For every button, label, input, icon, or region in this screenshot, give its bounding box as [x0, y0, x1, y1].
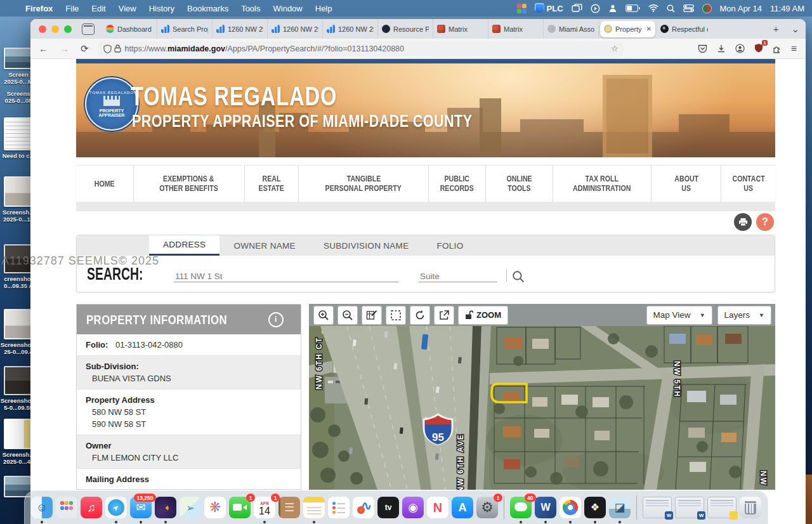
tab-property-search-active[interactable]: Property Sea✕ — [600, 21, 655, 37]
tab-1260-nw-29th-1[interactable]: 1260 NW 29th S — [213, 19, 268, 39]
lock-icon[interactable] — [114, 44, 121, 53]
map-zoom-out-button[interactable] — [337, 306, 358, 325]
nav-real-estate[interactable]: REALESTATE — [245, 166, 299, 202]
close-tab-icon[interactable]: ✕ — [645, 25, 652, 32]
tab-respectful-conv[interactable]: Respectful conv — [657, 19, 712, 39]
tab-dashboard[interactable]: Dashboard - Fol — [102, 19, 157, 39]
dock-news[interactable]: N — [427, 497, 449, 518]
tab-matrix-2[interactable]: Matrix — [488, 19, 544, 39]
search-submit-icon[interactable] — [512, 270, 525, 283]
layers-dropdown[interactable]: Layers▼ — [717, 306, 771, 325]
battery-icon[interactable] — [625, 4, 640, 12]
map-sketch-button[interactable] — [362, 306, 382, 325]
dock-minimized-window-1[interactable] — [643, 497, 672, 518]
bookmark-star-icon[interactable]: ☆ — [611, 44, 619, 53]
tab-resource-panels[interactable]: Resource Panels — [378, 19, 433, 39]
property-address-1[interactable]: 580 NW 58 ST — [86, 405, 292, 417]
wifi-icon[interactable] — [648, 4, 658, 12]
property-address-2[interactable]: 590 NW 58 ST — [86, 417, 292, 429]
dock-appstore[interactable]: A — [452, 497, 473, 518]
tab-1260-nw-29th-2[interactable]: 1260 NW 29th S — [268, 19, 323, 39]
colorful-app-menu-icon[interactable] — [517, 4, 527, 13]
dock-calendar[interactable]: APR141 — [254, 497, 275, 518]
tab-miami-association[interactable]: Miami Associati — [544, 19, 599, 39]
tab-1260-nw-29th-3[interactable]: 1260 NW 29th S — [323, 19, 378, 39]
menubar-time[interactable]: 11:49 AM — [770, 4, 804, 13]
dock-firefox[interactable] — [155, 497, 176, 518]
menu-edit[interactable]: Edit — [85, 4, 112, 13]
ublock-extension-icon[interactable]: 1 — [754, 43, 763, 55]
spotlight-search-icon[interactable] — [667, 4, 675, 13]
suite-input[interactable] — [419, 271, 497, 282]
extension-icon[interactable] — [773, 44, 782, 53]
menu-view[interactable]: View — [112, 4, 143, 13]
tab-list-dropdown-button[interactable]: ⌄ — [785, 23, 806, 35]
nav-about-us[interactable]: ABOUTUS — [652, 166, 721, 202]
map-zoom-in-button[interactable] — [313, 306, 334, 325]
status-app-icon[interactable] — [702, 4, 712, 13]
aerial-map[interactable]: 95 NW 6TH CT NW 6TH AVE NW 5TH NW — [309, 326, 775, 490]
menu-help[interactable]: Help — [309, 4, 339, 13]
play-circle-icon[interactable] — [591, 4, 600, 13]
tab-address[interactable]: ADDRESS — [149, 235, 219, 256]
dock-appletv[interactable]: tv — [377, 497, 399, 518]
downloads-icon[interactable] — [717, 44, 726, 53]
windows-copy-icon[interactable] — [572, 4, 582, 13]
dock-contacts[interactable]: ☰ — [278, 497, 300, 518]
tab-search-properties[interactable]: Search Properti — [157, 19, 213, 39]
nav-contact-us[interactable]: CONTACTUS — [721, 166, 775, 202]
plc-shield-menu-item[interactable]: PLC — [535, 3, 563, 14]
dock-minimized-window-3[interactable] — [707, 497, 737, 518]
dock-notes[interactable] — [303, 497, 325, 518]
dock-launchpad[interactable] — [56, 497, 77, 518]
tab-subdivision-name[interactable]: SUBDIVISION NAME — [310, 235, 423, 256]
dock-minimized-window-2[interactable] — [675, 497, 704, 518]
control-center-icon[interactable] — [683, 4, 694, 12]
close-window-button[interactable] — [39, 25, 46, 33]
tab-folio[interactable]: FOLIO — [422, 235, 477, 256]
nav-exemptions[interactable]: EXEMPTIONS &OTHER BENEFITS — [134, 166, 245, 202]
fast-user-switch-icon[interactable] — [608, 4, 617, 13]
app-menu-hamburger-icon[interactable]: ≡ — [791, 43, 797, 55]
menu-history[interactable]: History — [143, 4, 181, 13]
help-button[interactable]: ? — [756, 213, 774, 231]
map-view-dropdown[interactable]: Map View▼ — [646, 306, 712, 325]
menu-window[interactable]: Window — [267, 4, 309, 13]
dock-facetime[interactable]: 1 — [229, 497, 251, 518]
nav-tangible-personal-property[interactable]: TANGIBLEPERSONAL PROPERTY — [299, 166, 429, 202]
nav-public-records[interactable]: PUBLICRECORDS — [429, 166, 487, 202]
minimize-window-button[interactable] — [51, 25, 59, 33]
info-icon[interactable]: i — [268, 312, 284, 327]
map-zoom-lock-button[interactable]: ZOOM — [458, 306, 508, 325]
dock-preview[interactable]: ◪ — [609, 497, 631, 518]
dock-word[interactable]: W — [535, 497, 556, 518]
dock-safari[interactable] — [105, 497, 127, 518]
tab-overview-icon[interactable] — [82, 23, 95, 35]
menu-bookmarks[interactable]: Bookmarks — [181, 4, 235, 13]
nav-online-tools[interactable]: ONLINETOOLS — [486, 166, 553, 202]
new-tab-button[interactable]: + — [767, 23, 785, 34]
pocket-icon[interactable] — [698, 44, 707, 53]
account-icon[interactable] — [735, 44, 745, 53]
nav-home[interactable]: HOME — [76, 166, 134, 202]
dock-freeform[interactable] — [353, 497, 374, 518]
dock-music[interactable]: ♫ — [81, 497, 102, 518]
reload-button[interactable]: ⟳ — [75, 43, 95, 55]
dock-finder[interactable]: ☺ — [31, 497, 53, 518]
back-button[interactable]: ← — [33, 43, 54, 54]
url-bar[interactable]: https://www.miamidade.gov/Apps/PA/Proper… — [98, 41, 624, 56]
dock-maps[interactable] — [180, 497, 201, 518]
dock-photos[interactable] — [204, 497, 226, 518]
dock-messages[interactable]: 40 — [510, 497, 532, 518]
forward-button[interactable]: → — [54, 43, 75, 54]
menu-tools[interactable]: Tools — [235, 4, 266, 13]
print-button[interactable] — [734, 213, 752, 231]
tab-owner-name[interactable]: OWNER NAME — [219, 235, 310, 256]
tab-matrix-1[interactable]: Matrix — [433, 19, 488, 39]
dock-system-settings[interactable]: ⚙1 — [476, 497, 498, 518]
address-search-input[interactable] — [174, 271, 398, 282]
menu-firefox[interactable]: Firefox — [19, 4, 59, 13]
tracking-shield-icon[interactable] — [103, 44, 112, 53]
menu-file[interactable]: File — [59, 4, 85, 13]
map-export-button[interactable] — [434, 306, 454, 325]
